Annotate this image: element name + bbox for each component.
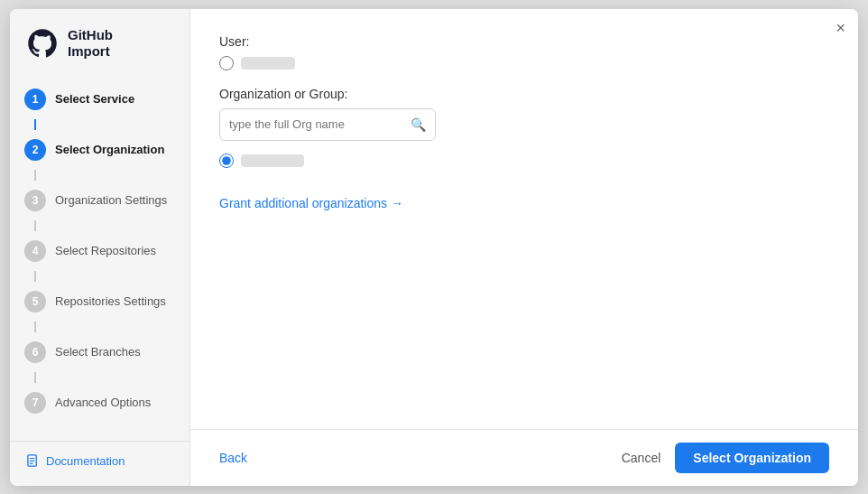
search-icon: 🔍	[411, 117, 426, 132]
org-radio[interactable]	[219, 154, 234, 168]
step-connector-5-6	[34, 322, 36, 332]
org-group-label: Organization or Group:	[219, 87, 829, 101]
sidebar-step-1[interactable]: 1 Select Service	[10, 79, 189, 119]
step-2-circle: 2	[24, 139, 46, 161]
user-radio-row	[219, 56, 829, 70]
step-connector-6-7	[34, 372, 36, 383]
grant-link-row: Grant additional organizations →	[219, 184, 829, 241]
user-avatar-placeholder	[241, 57, 295, 70]
main-area: User: Organization or Group: 🔍	[190, 9, 858, 486]
org-option-row	[219, 154, 829, 168]
step-7-label: Advanced Options	[55, 396, 151, 409]
sidebar: GitHub Import 1 Select Service 2 Select …	[10, 9, 190, 486]
select-organization-button[interactable]: Select Organization	[675, 443, 829, 473]
modal-footer: Back Cancel Select Organization	[190, 429, 858, 486]
user-section: User:	[219, 34, 829, 70]
sidebar-step-7[interactable]: 7 Advanced Options	[10, 383, 189, 423]
grant-additional-link[interactable]: Grant additional organizations →	[219, 196, 403, 210]
sidebar-step-5[interactable]: 5 Repositories Settings	[10, 282, 189, 322]
org-search-input[interactable]	[229, 117, 411, 131]
step-connector-3-4	[34, 220, 36, 231]
sidebar-footer: Documentation	[10, 441, 189, 471]
sidebar-step-2[interactable]: 2 Select Organization	[10, 130, 189, 170]
sidebar-logo: GitHub Import	[10, 27, 189, 79]
step-7-circle: 7	[24, 392, 46, 414]
back-button[interactable]: Back	[219, 451, 247, 465]
modal-container: × GitHub Import 1 Select Service 2 Sel	[10, 9, 858, 486]
sidebar-step-6[interactable]: 6 Select Branches	[10, 332, 189, 372]
documentation-label: Documentation	[46, 454, 125, 468]
step-3-label: Organization Settings	[55, 193, 167, 207]
main-content: User: Organization or Group: 🔍	[190, 9, 858, 429]
step-1-label: Select Service	[55, 92, 134, 106]
step-5-circle: 5	[24, 291, 46, 312]
footer-right: Cancel Select Organization	[622, 443, 829, 473]
sidebar-step-4[interactable]: 4 Select Repositories	[10, 231, 189, 271]
close-button[interactable]: ×	[836, 20, 845, 36]
step-connector-2-3	[34, 170, 36, 181]
step-4-label: Select Repositories	[55, 244, 156, 257]
sidebar-steps: 1 Select Service 2 Select Organization 3…	[10, 79, 189, 441]
documentation-icon	[26, 454, 40, 468]
org-section: Organization or Group: 🔍	[219, 87, 829, 168]
user-label: User:	[219, 34, 829, 49]
github-logo-icon	[26, 27, 59, 60]
cancel-button[interactable]: Cancel	[622, 451, 661, 465]
step-1-circle: 1	[24, 89, 46, 110]
org-name-placeholder	[241, 154, 304, 167]
content-body: User: Organization or Group: 🔍	[219, 34, 829, 429]
step-5-label: Repositories Settings	[55, 294, 166, 308]
step-2-label: Select Organization	[55, 143, 164, 156]
step-connector-4-5	[34, 271, 36, 282]
step-6-circle: 6	[24, 341, 46, 363]
step-4-circle: 4	[24, 240, 46, 262]
sidebar-logo-text: GitHub Import	[68, 27, 113, 60]
sidebar-step-3[interactable]: 3 Organization Settings	[10, 181, 189, 220]
step-connector-1-2	[34, 119, 36, 130]
step-3-circle: 3	[24, 190, 46, 211]
documentation-link[interactable]: Documentation	[26, 454, 173, 468]
step-6-label: Select Branches	[55, 345, 141, 359]
org-search-box[interactable]: 🔍	[219, 108, 436, 141]
user-radio[interactable]	[219, 56, 234, 70]
